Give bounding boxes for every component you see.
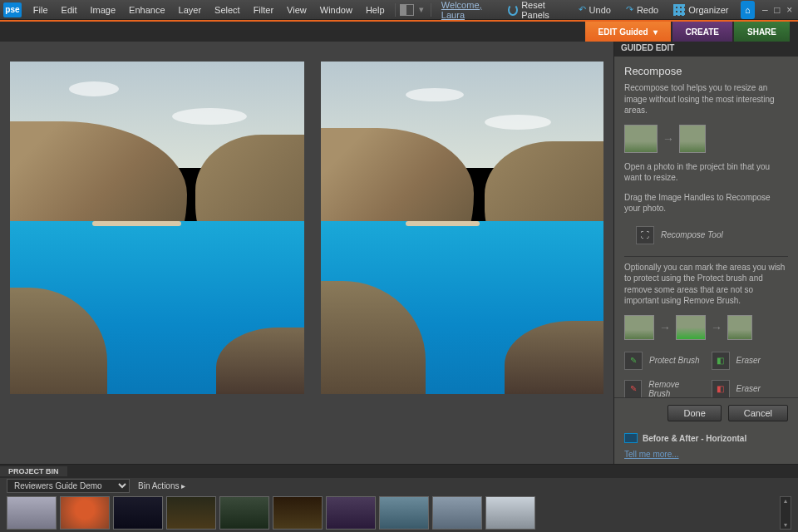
menu-help[interactable]: Help: [359, 2, 392, 17]
close-button[interactable]: ×: [784, 4, 795, 16]
welcome-link[interactable]: Welcome, Laura: [441, 0, 502, 20]
separator: [395, 3, 396, 17]
tab-create[interactable]: CREATE: [672, 22, 732, 42]
remove-brush-icon: ✎: [624, 380, 642, 398]
recompose-tool-icon: ⛶: [636, 226, 654, 244]
home-icon: ⌂: [745, 5, 751, 15]
tell-me-more-link[interactable]: Tell me more...: [614, 448, 798, 464]
arrow-icon: →: [711, 321, 722, 334]
before-after-icon[interactable]: [624, 433, 638, 443]
redo-icon: ↷: [626, 4, 633, 15]
arrow-icon: →: [659, 321, 671, 334]
bin-thumb[interactable]: [379, 496, 429, 530]
panel-title: Recompose: [624, 65, 788, 77]
remove-brush-button[interactable]: ✎ Remove Brush: [624, 377, 702, 398]
bin-thumb[interactable]: [113, 496, 163, 530]
canvas-area[interactable]: [0, 42, 613, 464]
bin-thumb[interactable]: [219, 496, 269, 530]
cancel-button[interactable]: Cancel: [728, 405, 788, 421]
project-bin: PROJECT BIN Reviewers Guide Demo Bin Act…: [0, 464, 798, 532]
menu-layer[interactable]: Layer: [172, 2, 209, 17]
tab-share[interactable]: SHARE: [734, 22, 790, 42]
before-after-label[interactable]: Before & After - Horizontal: [643, 434, 746, 443]
maximize-button[interactable]: □: [772, 4, 783, 16]
bin-tab[interactable]: PROJECT BIN: [0, 466, 67, 476]
bin-thumb[interactable]: [326, 496, 376, 530]
menu-window[interactable]: Window: [313, 2, 359, 17]
panel-header: GUIDED EDIT: [614, 42, 798, 57]
eraser-icon: ◧: [712, 380, 730, 398]
bin-thumb[interactable]: [485, 496, 535, 530]
step-text-2: Optionally you can mark the areas you wi…: [624, 262, 788, 307]
thumb-after: [679, 125, 706, 153]
menu-select[interactable]: Select: [208, 2, 247, 17]
thumb-s2: [676, 315, 706, 340]
guided-panel: GUIDED EDIT Recompose Recompose tool hel…: [613, 42, 798, 464]
menu-enhance[interactable]: Enhance: [122, 2, 171, 17]
tab-edit[interactable]: EDIT Guided▾: [585, 22, 671, 42]
example-thumbs-2: → →: [624, 315, 788, 340]
panel-desc: Recompose tool helps you to resize an im…: [624, 82, 788, 116]
bin-scrollbar[interactable]: ▴▾: [780, 496, 791, 530]
bin-thumb[interactable]: [166, 496, 216, 530]
arrow-icon: →: [663, 132, 674, 145]
bin-actions-dropdown[interactable]: Bin Actions ▸: [138, 481, 185, 490]
eraser-icon: ◧: [712, 352, 730, 370]
before-image[interactable]: [10, 62, 304, 394]
menu-edit[interactable]: Edit: [55, 2, 84, 17]
menubar: pse File Edit Image Enhance Layer Select…: [0, 0, 798, 20]
organizer-button[interactable]: Organizer: [667, 2, 735, 18]
bin-preset-select[interactable]: Reviewers Guide Demo: [7, 479, 130, 493]
recompose-tool-button[interactable]: ⛶ Recompose Tool: [636, 223, 788, 248]
protect-eraser-button[interactable]: ◧ Eraser: [712, 348, 789, 373]
dropdown-arrow-icon[interactable]: ▾: [419, 4, 424, 15]
app-logo: pse: [3, 2, 22, 17]
bin-thumb[interactable]: [273, 496, 323, 530]
step-text-1a: Open a photo in the project bin that you…: [624, 161, 788, 184]
example-thumbs-1: →: [624, 125, 788, 153]
grid-icon: [673, 4, 685, 16]
layout-icon[interactable]: [400, 4, 414, 16]
home-button[interactable]: ⌂: [741, 1, 755, 19]
reset-icon: [508, 4, 518, 16]
step-text-1b: Drag the Image Handles to Recompose your…: [624, 192, 788, 214]
undo-button[interactable]: ↶ Undo: [572, 2, 618, 17]
done-button[interactable]: Done: [667, 405, 721, 421]
minimize-button[interactable]: –: [760, 4, 771, 16]
reset-panels-button[interactable]: Reset Panels: [501, 0, 569, 22]
remove-eraser-button[interactable]: ◧ Eraser: [712, 377, 789, 398]
separator: [431, 3, 431, 17]
bin-thumb[interactable]: [7, 496, 57, 530]
thumb-s3: [727, 315, 752, 340]
bin-thumb[interactable]: [432, 496, 482, 530]
menu-view[interactable]: View: [280, 2, 313, 17]
protect-brush-button[interactable]: ✎ Protect Brush: [624, 348, 702, 373]
menu-image[interactable]: Image: [84, 2, 123, 17]
menu-filter[interactable]: Filter: [247, 2, 280, 17]
thumb-before: [624, 125, 658, 153]
after-image[interactable]: [321, 62, 603, 394]
redo-button[interactable]: ↷ Redo: [619, 2, 665, 17]
mode-tabs: EDIT Guided▾ CREATE SHARE: [0, 20, 798, 42]
bin-thumb[interactable]: [60, 496, 110, 530]
menu-file[interactable]: File: [27, 2, 55, 17]
thumb-s1: [624, 315, 654, 340]
protect-brush-icon: ✎: [624, 352, 643, 370]
undo-icon: ↶: [579, 4, 586, 15]
